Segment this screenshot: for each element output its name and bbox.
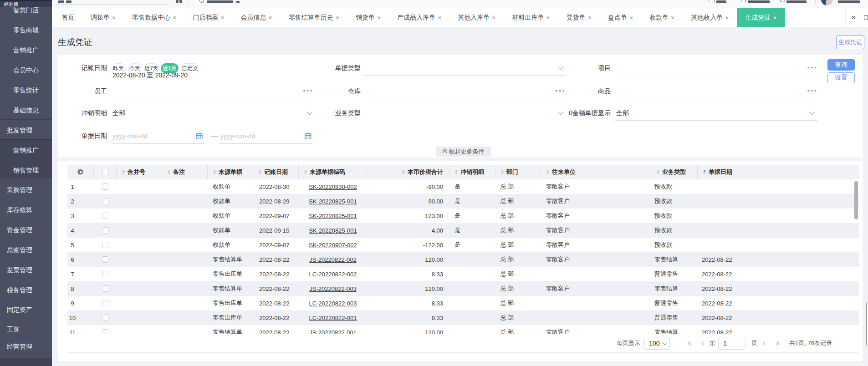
- sort-icons[interactable]: [259, 170, 261, 174]
- close-icon[interactable]: ×: [336, 15, 339, 21]
- sidebar-item-10[interactable]: 采购管理: [7, 183, 32, 197]
- search-input[interactable]: [58, 5, 169, 5]
- source-doc-link[interactable]: LC-20220822-002: [309, 271, 357, 278]
- calendar-icon[interactable]: [305, 133, 311, 140]
- floating-side-widget[interactable]: [866, 301, 868, 347]
- zero-amount-chevron-down-icon[interactable]: [809, 109, 815, 115]
- sidebar-item-13[interactable]: 总账管理: [7, 243, 32, 257]
- doc-type-field-underline[interactable]: [364, 75, 566, 76]
- source-doc-link[interactable]: SK-20220825-001: [309, 198, 357, 205]
- close-icon[interactable]: ×: [112, 15, 116, 21]
- last-page-button[interactable]: [774, 341, 780, 346]
- doc-date-end-input[interactable]: yyyy-mm-dd: [220, 132, 255, 140]
- close-icon[interactable]: ×: [725, 15, 729, 21]
- column-header-4[interactable]: 记账日期: [253, 165, 299, 179]
- page-number-input[interactable]: 1: [718, 337, 745, 350]
- message-icon[interactable]: [709, 0, 715, 2]
- settings-button[interactable]: 设置: [827, 72, 855, 83]
- column-header-2[interactable]: 备注: [162, 165, 208, 179]
- sidebar-item-15[interactable]: 税务管理: [7, 283, 32, 297]
- close-icon[interactable]: ×: [377, 15, 381, 21]
- tab-list-expand-icon[interactable]: [862, 8, 868, 27]
- employee-picker-dots-icon[interactable]: ···: [303, 86, 313, 95]
- column-settings-gear-icon[interactable]: [67, 165, 94, 179]
- table-row-7[interactable]: 7零售出库单2022-08-22LC-20220822-0028.33总 部普通…: [67, 267, 859, 281]
- tab-6[interactable]: 零售结算单历史×: [281, 8, 347, 27]
- tab-4[interactable]: 门店档案×: [184, 8, 232, 27]
- column-header-10[interactable]: 业务类型: [651, 165, 698, 179]
- tab-3[interactable]: 零售数据中心×: [124, 8, 184, 27]
- service-icon[interactable]: [780, 0, 785, 2]
- table-row-4[interactable]: 4收款单2022-09-15SK-20220825-0014.00是总 部零散客…: [67, 223, 859, 238]
- row-checkbox[interactable]: [102, 183, 108, 190]
- sort-icons[interactable]: [402, 170, 405, 174]
- close-icon[interactable]: ×: [546, 15, 550, 21]
- source-doc-link[interactable]: SK-20220825-001: [309, 213, 357, 219]
- source-doc-link[interactable]: JS-20220822-002: [309, 256, 356, 263]
- sidebar-item-5[interactable]: 零售统计: [13, 83, 39, 97]
- tab-9[interactable]: 其他入库单×: [449, 8, 504, 27]
- goods-picker-dots-icon[interactable]: ···: [807, 86, 817, 95]
- row-checkbox[interactable]: [102, 271, 108, 277]
- sidebar-item-16[interactable]: 固定资产: [7, 303, 32, 316]
- zero-amount-field-underline[interactable]: [615, 120, 817, 121]
- tab-12[interactable]: 盘点单×: [600, 8, 641, 27]
- source-doc-link[interactable]: JS-20220822-001: [309, 329, 356, 334]
- table-row-11[interactable]: 11零售结算单2022-08-22JS-20220822-001120.00总 …: [67, 325, 859, 334]
- column-header-6[interactable]: 本币价税合计: [367, 165, 449, 179]
- tab-7[interactable]: 销货单×: [347, 8, 389, 27]
- calendar-icon[interactable]: [196, 133, 203, 140]
- close-icon[interactable]: ×: [588, 15, 592, 21]
- source-doc-link[interactable]: LC-20220822-003: [309, 300, 357, 307]
- sidebar-item-18[interactable]: 经营管理: [7, 340, 32, 353]
- column-header-9[interactable]: 往来单位: [541, 165, 651, 179]
- sidebar-item-17[interactable]: 工资: [7, 322, 20, 336]
- close-icon[interactable]: ×: [671, 15, 674, 21]
- offset-detail-chevron-down-icon[interactable]: [306, 109, 312, 115]
- sidebar-item-14[interactable]: 发票管理: [7, 263, 32, 277]
- sort-icons[interactable]: [304, 170, 307, 174]
- sidebar-item-11[interactable]: 库存核算: [7, 203, 32, 217]
- column-header-3[interactable]: 来源单据: [208, 165, 253, 179]
- biz-type-field-underline[interactable]: [364, 120, 566, 120]
- row-checkbox[interactable]: [102, 242, 108, 248]
- biz-type-chevron-down-icon[interactable]: [558, 109, 564, 115]
- table-row-6[interactable]: 6零售结算单2022-08-22JS-20220822-002120.00总 部…: [67, 252, 859, 267]
- apps-grid-icon[interactable]: [176, 0, 179, 3]
- sidebar-item-9[interactable]: 销售管理: [13, 163, 39, 177]
- prev-page-button[interactable]: [700, 341, 706, 346]
- tab-11[interactable]: 要货单×: [558, 8, 600, 27]
- next-page-button[interactable]: [761, 341, 767, 346]
- sort-icons[interactable]: [657, 170, 659, 174]
- doc-type-chevron-down-icon[interactable]: [558, 64, 564, 70]
- employee-field-underline[interactable]: [112, 98, 313, 98]
- page-size-select[interactable]: 100: [643, 337, 670, 350]
- app-download-icon[interactable]: [741, 0, 746, 2]
- source-doc-link[interactable]: JS-20220822-003: [309, 285, 356, 292]
- tab-2[interactable]: 调拨单×: [82, 8, 124, 27]
- source-doc-link[interactable]: SK-20220830-002: [309, 183, 357, 190]
- table-scrollbar-thumb[interactable]: [854, 181, 858, 219]
- doc-date-end-underline[interactable]: [220, 143, 313, 144]
- select-all-checkbox[interactable]: [102, 169, 108, 175]
- table-row-9[interactable]: 9零售出库单2022-08-22LC-20220822-0038.33总 部普通…: [67, 296, 859, 310]
- table-row-3[interactable]: 3收款单2022-09-07SK-20220825-001123.00是总 部零…: [67, 208, 859, 223]
- tab-13[interactable]: 收款单×: [641, 8, 683, 27]
- column-header-7[interactable]: 冲销明细: [449, 165, 495, 179]
- sort-icons[interactable]: [168, 170, 170, 174]
- query-button[interactable]: 查询: [827, 59, 855, 71]
- table-row-8[interactable]: 8零售结算单2022-08-22JS-20220822-003120.00总 部…: [67, 281, 859, 296]
- sort-icons[interactable]: [501, 170, 504, 174]
- offset-detail-value[interactable]: 全部: [112, 109, 125, 117]
- close-icon[interactable]: ×: [173, 15, 176, 21]
- row-checkbox[interactable]: [102, 285, 108, 292]
- table-row-1[interactable]: 1收款单2022-08-30SK-20220830-002-90.00是总 部零…: [67, 179, 859, 194]
- tab-14[interactable]: 其他收入单×: [683, 8, 737, 27]
- close-icon[interactable]: ×: [629, 15, 633, 21]
- row-checkbox[interactable]: [102, 300, 108, 306]
- generate-voucher-button[interactable]: 生成凭证: [836, 36, 864, 49]
- tab-10[interactable]: 材料出库单×: [504, 8, 558, 27]
- table-row-2[interactable]: 2收款单2022-08-29SK-20220825-00190.00是总 部零散…: [67, 194, 859, 208]
- close-all-tabs-button[interactable]: ×: [845, 8, 862, 27]
- sort-icons[interactable]: [122, 170, 125, 174]
